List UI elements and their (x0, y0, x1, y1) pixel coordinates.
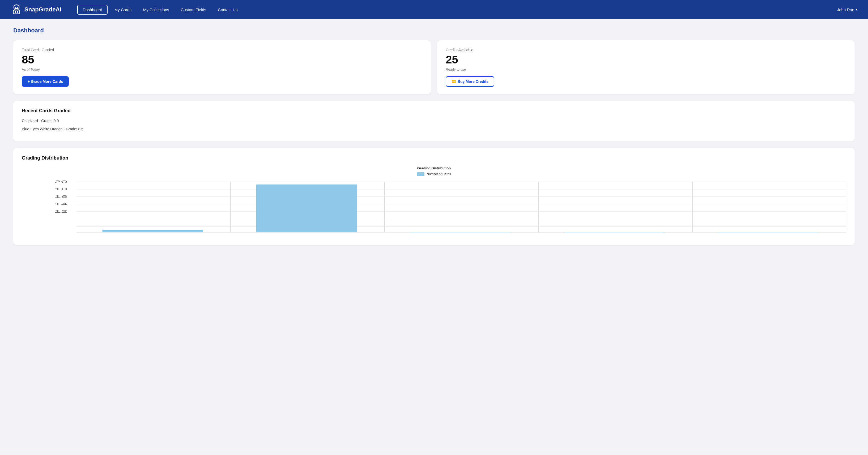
chart-svg: 20 18 16 14 12 (22, 179, 846, 237)
total-cards-value: 85 (22, 54, 422, 66)
bar-9-10 (718, 232, 818, 232)
recent-cards-card: Recent Cards Graded Charizard - Grade: 9… (13, 101, 855, 141)
svg-point-2 (17, 7, 18, 8)
chart-area: 20 18 16 14 12 (22, 179, 846, 237)
chart-header-title: Grading Distribution (22, 166, 846, 170)
legend-color-box (417, 172, 425, 176)
recent-card-item-1: Charizard - Grade: 9.0 (22, 118, 846, 124)
credits-label: Credits Available (446, 48, 846, 52)
stats-row: Total Cards Graded 85 As of Today + Grad… (13, 40, 855, 94)
nav-item-my-collections[interactable]: My Collections (138, 5, 174, 14)
svg-rect-5 (15, 11, 16, 13)
recent-card-item-2: Blue-Eyes White Dragon - Grade: 8.5 (22, 126, 846, 132)
buy-credits-button[interactable]: 💳 Buy More Credits (446, 76, 494, 87)
nav-item-my-cards[interactable]: My Cards (110, 5, 136, 14)
svg-line-8 (19, 6, 20, 6)
chevron-down-icon: ▾ (856, 8, 857, 11)
credits-sub: Ready to use (446, 67, 846, 71)
svg-rect-4 (13, 10, 20, 14)
brand-logo[interactable]: SnapGradeAI (11, 4, 61, 15)
total-cards-label: Total Cards Graded (22, 48, 422, 52)
legend-label: Number of Cards (427, 172, 451, 176)
nav-links: Dashboard My Cards My Collections Custom… (77, 5, 837, 14)
page-title: Dashboard (13, 27, 855, 34)
nav-item-contact-us[interactable]: Contact Us (213, 5, 242, 14)
svg-text:12: 12 (55, 209, 68, 214)
grade-more-button[interactable]: + Grade More Cards (22, 76, 69, 87)
credits-value: 25 (446, 54, 846, 66)
main-content: Dashboard Total Cards Graded 85 As of To… (0, 19, 868, 253)
svg-rect-3 (15, 8, 18, 9)
total-cards-card: Total Cards Graded 85 As of Today + Grad… (13, 40, 431, 94)
recent-cards-title: Recent Cards Graded (22, 108, 846, 113)
nav-item-custom-fields[interactable]: Custom Fields (176, 5, 211, 14)
logo-icon (11, 4, 22, 15)
bar-3-4 (256, 185, 357, 232)
grading-distribution-title: Grading Distribution (22, 155, 846, 161)
bar-5-6 (410, 232, 511, 232)
svg-text:16: 16 (55, 195, 68, 199)
bar-1-2 (102, 230, 203, 232)
total-cards-sub: As of Today (22, 67, 422, 71)
svg-point-1 (15, 7, 16, 8)
bar-7-8 (564, 232, 665, 232)
svg-line-7 (13, 6, 14, 6)
chart-legend: Number of Cards (22, 172, 846, 176)
svg-rect-6 (17, 11, 18, 13)
svg-text:18: 18 (55, 187, 68, 191)
nav-item-dashboard[interactable]: Dashboard (77, 5, 107, 14)
brand-name: SnapGradeAI (25, 6, 61, 13)
user-name: John Doe (837, 7, 854, 12)
svg-text:20: 20 (55, 180, 68, 184)
credit-card-icon: 💳 (452, 79, 456, 84)
grading-distribution-card: Grading Distribution Grading Distributio… (13, 148, 855, 245)
navbar: SnapGradeAI Dashboard My Cards My Collec… (0, 0, 868, 19)
user-menu[interactable]: John Doe ▾ (837, 7, 857, 12)
svg-text:14: 14 (55, 202, 68, 206)
credits-card: Credits Available 25 Ready to use 💳 Buy … (437, 40, 855, 94)
svg-point-0 (14, 5, 19, 10)
buy-credits-label: Buy More Credits (458, 79, 489, 84)
